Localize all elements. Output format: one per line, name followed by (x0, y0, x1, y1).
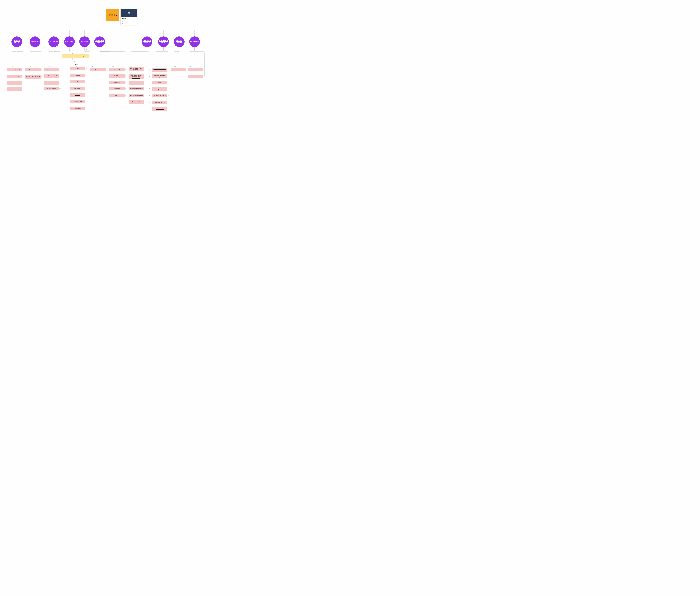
method-network-3[interactable]: .getFeeData() (109, 87, 125, 90)
method-events-4[interactable]: .on(topicSets, (log, event) ⇒ {} (152, 94, 167, 97)
method-ens-1[interactable]: .getResolver(ensname); (44, 74, 59, 78)
method-txns-5[interactable]: .waitForTransaction( hash, confirms = 1,… (129, 100, 144, 104)
method-events-0[interactable]: .on("block", (blockNumber) ⇒ {} (152, 68, 167, 72)
method-accounts-3[interactable]: .getTransactionCount(address); (7, 88, 22, 91)
method-accounts-2[interactable]: .getStorageAt(address, pos); (7, 81, 22, 84)
category-inspect[interactable]: Inspection Methods (174, 36, 184, 47)
doc-card-thumb-sub: @ricmoo (127, 15, 130, 15)
method-txns-1[interactable]: .estimateGas({ to:ETH addr , data: fn ha… (129, 74, 144, 79)
method-ens-0[interactable]: .getAvatar(ensname); (44, 68, 59, 71)
method-events-3[interactable]: .on(filter, (log, event) ⇒ {} (152, 88, 167, 91)
category-ens[interactable]: ENS Methods (48, 36, 59, 47)
method-logs-0[interactable]: .getLogs(filter) (90, 68, 106, 71)
method-network-2[interactable]: .getGasPrice() (109, 81, 125, 84)
method-accounts-0[interactable]: .getBalance(address); (7, 68, 22, 71)
method-resolver-4[interactable]: .getAvatar(); (70, 93, 85, 97)
method-resolver-6[interactable]: .getText(key); (70, 107, 85, 110)
category-events[interactable]: Event Emitter Methods (158, 36, 169, 47)
method-resolver-3[interactable]: .getAddress(0); (70, 86, 85, 90)
method-events-1[interactable]: .once(txHash, (transaction) ⇒ {} (152, 74, 167, 78)
category-resolver[interactable]: Ens Resolver (64, 36, 75, 47)
root-title: provider. (108, 14, 117, 16)
method-network-0[interactable]: .getNetwork() (109, 68, 125, 71)
method-ens-3[interactable]: .resolveName(address); (44, 87, 59, 90)
method-txns-4[interactable]: .sendTransaction(transaction) (129, 94, 144, 97)
cloud-icon (128, 11, 130, 13)
provider-doc-card[interactable]: ethers.js @ricmoo Provider Documentation… (121, 9, 137, 25)
category-txns[interactable]: Transactions Methods (142, 36, 152, 47)
method-txns-2[interactable]: .getTransaction(txnhash) (129, 81, 144, 84)
category-accounts[interactable]: Accounts Methods (11, 36, 22, 47)
category-block[interactable]: Block Methods (30, 36, 40, 47)
method-resolver-5[interactable]: .getContentHash(); (70, 100, 85, 103)
method-accounts-1[interactable]: .getCode(address); (7, 75, 22, 78)
doc-card-desc: Documentation for ethers, a complete, ti… (122, 20, 136, 22)
method-events-2[interactable]: Events (152, 81, 167, 84)
resolver-declaration-note[interactable]: const resolver = await provider.getResol… (62, 54, 89, 57)
method-resolver-2[interactable]: .getAddress(); (70, 80, 85, 83)
category-logs[interactable]: Logs Methods (79, 36, 90, 47)
resolver-prefix-label: resolver. (74, 64, 78, 65)
method-block-1[interactable]: .getBlockWithTransactions(blockNo); (25, 75, 41, 79)
method-resolver-1[interactable]: .address (70, 74, 85, 77)
method-network-4[interactable]: .ready () (109, 94, 125, 97)
method-base-0[interactable]: .polling (188, 68, 203, 71)
method-inspect-0[interactable]: .isProvider(object) (171, 68, 186, 71)
method-txns-0[interactable]: .call({ to: ENS Add, data: fn namehash }… (129, 67, 144, 71)
doc-card-domain[interactable]: docs.ethers.io (121, 23, 137, 25)
method-events-5[interactable]: .on("pending", (tx) ⇒ {} (152, 101, 167, 104)
method-base-1[interactable]: .pollingInterval (188, 75, 203, 78)
method-network-1[interactable]: .getBlockNumber() (109, 74, 125, 78)
connectors (0, 0, 212, 114)
doc-card-thumb-title: ethers.js (126, 13, 132, 14)
doc-card-thumbnail: ethers.js @ricmoo (121, 9, 137, 17)
root-provider-node[interactable]: provider. (106, 9, 119, 21)
category-network[interactable]: Network Status Methods (94, 36, 105, 47)
method-events-6[interactable]: .on("error", (tx) ⇒ {} (152, 107, 167, 111)
method-resolver-0[interactable]: .name (70, 67, 85, 70)
method-ens-2[interactable]: .lookupAddress(address); (44, 81, 59, 84)
category-base[interactable]: Base Providers (189, 36, 200, 47)
diagram-canvas: provider. ethers.js @ricmoo Provider Doc… (0, 0, 212, 114)
method-block-0[interactable]: .getBlock(blockNo); (25, 68, 41, 71)
doc-card-title: Provider (122, 18, 136, 19)
method-txns-3[interactable]: .getTransactionReceipt(hash) (129, 87, 144, 90)
